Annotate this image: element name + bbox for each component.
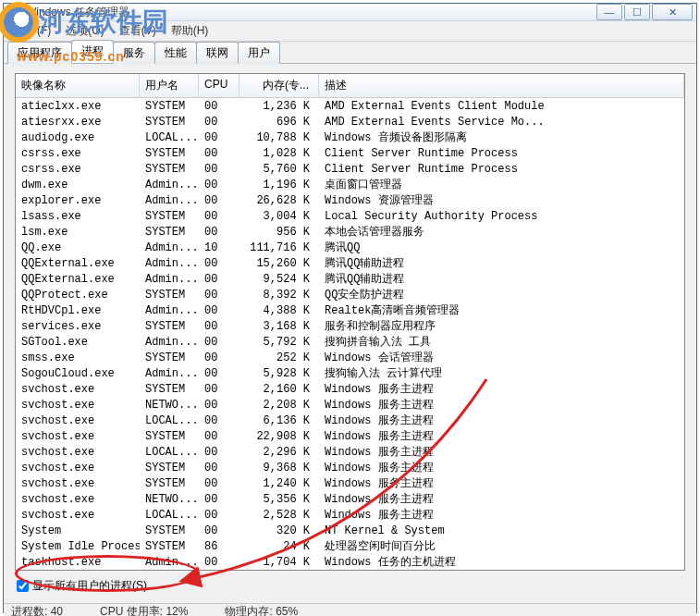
cell-image: svchost.exe	[16, 477, 140, 490]
cell-desc: Windows 音频设备图形隔离	[319, 129, 684, 145]
cell-user: SYSTEM	[140, 430, 199, 443]
tab-networking[interactable]: 联网	[196, 42, 239, 64]
cell-cpu: 00	[199, 116, 239, 129]
cell-image: explorer.exe	[16, 194, 140, 207]
cell-user: SYSTEM	[140, 524, 199, 537]
cell-cpu: 00	[199, 179, 239, 191]
cell-cpu: 00	[199, 194, 239, 207]
tab-users[interactable]: 用户	[238, 42, 280, 64]
cell-desc: 腾讯QQ辅助进程	[319, 271, 684, 287]
cell-image: svchost.exe	[16, 383, 140, 396]
table-row[interactable]: csrss.exeSYSTEM001,028 KClient Server Ru…	[16, 145, 684, 161]
cell-desc: Windows 服务主进程	[319, 397, 684, 413]
table-row[interactable]: svchost.exeNETWO...002,208 KWindows 服务主进…	[16, 397, 684, 413]
table-row[interactable]: svchost.exeSYSTEM002,160 KWindows 服务主进程	[16, 381, 684, 397]
table-row[interactable]: audiodg.exeLOCAL...0010,788 KWindows 音频设…	[16, 129, 684, 145]
table-row[interactable]: QQProtect.exeSYSTEM008,392 KQQ安全防护进程	[16, 287, 684, 302]
cell-image: QQ.exe	[16, 241, 140, 254]
table-row[interactable]: QQ.exeAdmin...10111,716 K腾讯QQ	[16, 240, 684, 255]
cell-mem: 22,908 K	[239, 430, 319, 443]
show-all-users-checkbox[interactable]	[17, 580, 29, 592]
cell-desc: Windows 服务主进程	[319, 491, 684, 507]
table-row[interactable]: atieclxx.exeSYSTEM001,236 KAMD External …	[16, 98, 684, 114]
show-all-users-label[interactable]: 显示所有用户的进程(S)	[32, 578, 147, 594]
cell-cpu: 10	[199, 241, 239, 254]
cell-mem: 26,628 K	[239, 194, 319, 207]
cell-desc: 服务和控制器应用程序	[319, 318, 684, 334]
table-row[interactable]: svchost.exeSYSTEM0022,908 KWindows 服务主进程	[16, 428, 684, 444]
cell-mem: 8,392 K	[239, 289, 319, 302]
table-row[interactable]: smss.exeSYSTEM00252 KWindows 会话管理器	[16, 350, 684, 365]
minimize-button[interactable]: —	[596, 4, 622, 20]
table-row[interactable]: svchost.exeNETWO...005,356 KWindows 服务主进…	[16, 491, 684, 507]
cell-image: lsass.exe	[16, 210, 140, 223]
table-row[interactable]: dwm.exeAdmin...001,196 K桌面窗口管理器	[16, 177, 684, 192]
menu-file[interactable]: 文件(F)	[9, 21, 56, 41]
table-row[interactable]: SGTool.exeAdmin...005,792 K搜狗拼音输入法 工具	[16, 334, 684, 350]
table-row[interactable]: svchost.exeLOCAL...002,296 KWindows 服务主进…	[16, 444, 684, 460]
table-row[interactable]: csrss.exeSYSTEM005,760 KClient Server Ru…	[16, 161, 684, 177]
close-button[interactable]: ✕	[652, 4, 693, 20]
menu-view[interactable]: 查看(V)	[114, 21, 162, 41]
titlebar[interactable]: Windows 任务管理器 — ☐ ✕	[4, 4, 696, 21]
table-row[interactable]: QQExternal.exeAdmin...0015,260 K腾讯QQ辅助进程	[16, 255, 684, 271]
tab-performance[interactable]: 性能	[154, 42, 197, 64]
cell-user: SYSTEM	[140, 383, 199, 396]
cell-cpu: 00	[199, 462, 239, 474]
cell-image: dwm.exe	[16, 179, 140, 191]
table-row[interactable]: SystemSYSTEM00320 KNT Kernel & System	[16, 523, 684, 538]
table-row[interactable]: lsm.exeSYSTEM00956 K本地会话管理器服务	[16, 224, 684, 240]
table-row[interactable]: System Idle ProcessSYSTEM8624 K处理器空闲时间百分…	[16, 538, 684, 554]
cell-user: SYSTEM	[140, 320, 199, 333]
cell-user: Admin...	[140, 194, 199, 207]
cell-desc: Windows 服务主进程	[319, 507, 684, 523]
status-cpu: CPU 使用率: 12%	[100, 604, 188, 616]
cell-image: svchost.exe	[16, 414, 140, 427]
tab-services[interactable]: 服务	[113, 42, 155, 64]
cell-image: svchost.exe	[16, 399, 140, 412]
table-row[interactable]: svchost.exeLOCAL...006,136 KWindows 服务主进…	[16, 413, 684, 428]
cell-user: SYSTEM	[140, 351, 199, 364]
table-row[interactable]: SogouCloud.exeAdmin...005,928 K搜狗输入法 云计算…	[16, 365, 684, 381]
cell-image: RtHDVCpl.exe	[16, 304, 140, 317]
table-row[interactable]: svchost.exeSYSTEM009,368 KWindows 服务主进程	[16, 460, 684, 475]
cell-user: SYSTEM	[140, 477, 199, 490]
cell-cpu: 00	[199, 509, 239, 522]
tab-processes[interactable]: 进程	[71, 40, 114, 63]
table-row[interactable]: explorer.exeAdmin...0026,628 KWindows 资源…	[16, 192, 684, 208]
table-row[interactable]: svchost.exeSYSTEM001,240 KWindows 服务主进程	[16, 475, 684, 491]
cell-cpu: 00	[199, 524, 239, 537]
table-header: 映像名称 用户名 CPU 内存(专... 描述	[16, 74, 684, 98]
table-row[interactable]: RtHDVCpl.exeAdmin...004,388 KRealtek高清晰音…	[16, 302, 684, 318]
cell-desc: AMD External Events Client Module	[319, 100, 684, 113]
col-description[interactable]: 描述	[319, 74, 684, 97]
table-row[interactable]: taskhost.exeAdmin...001,704 KWindows 任务的…	[16, 554, 684, 570]
col-cpu[interactable]: CPU	[199, 74, 239, 97]
cell-user: SYSTEM	[140, 116, 199, 129]
table-row[interactable]: svchost.exeLOCAL...002,528 KWindows 服务主进…	[16, 507, 684, 523]
cell-desc: Realtek高清晰音频管理器	[319, 302, 684, 318]
cell-user: LOCAL...	[140, 509, 199, 522]
cell-cpu: 00	[199, 430, 239, 443]
cell-mem: 2,160 K	[239, 383, 319, 396]
table-row[interactable]: services.exeSYSTEM003,168 K服务和控制器应用程序	[16, 318, 684, 334]
cell-mem: 1,028 K	[239, 147, 319, 160]
cell-desc: 搜狗拼音输入法 工具	[319, 334, 684, 350]
tab-applications[interactable]: 应用程序	[7, 42, 72, 64]
cell-mem: 15,260 K	[239, 257, 319, 270]
col-user-name[interactable]: 用户名	[140, 74, 199, 97]
cell-desc: 桌面窗口管理器	[319, 177, 684, 192]
table-row[interactable]: atiesrxx.exeSYSTEM00696 KAMD External Ev…	[16, 114, 684, 129]
cell-cpu: 00	[199, 100, 239, 113]
maximize-button[interactable]: ☐	[624, 4, 650, 20]
cell-user: SYSTEM	[140, 540, 199, 553]
cell-cpu: 00	[199, 399, 239, 412]
menu-help[interactable]: 帮助(H)	[166, 21, 215, 41]
table-row[interactable]: lsass.exeSYSTEM003,004 KLocal Security A…	[16, 208, 684, 224]
cell-image: svchost.exe	[16, 462, 140, 474]
col-memory[interactable]: 内存(专...	[239, 74, 319, 97]
menu-options[interactable]: 选项(O)	[60, 21, 109, 41]
table-body[interactable]: atieclxx.exeSYSTEM001,236 KAMD External …	[16, 98, 684, 570]
table-row[interactable]: QQExternal.exeAdmin...009,524 K腾讯QQ辅助进程	[16, 271, 684, 287]
col-image-name[interactable]: 映像名称	[16, 74, 140, 97]
